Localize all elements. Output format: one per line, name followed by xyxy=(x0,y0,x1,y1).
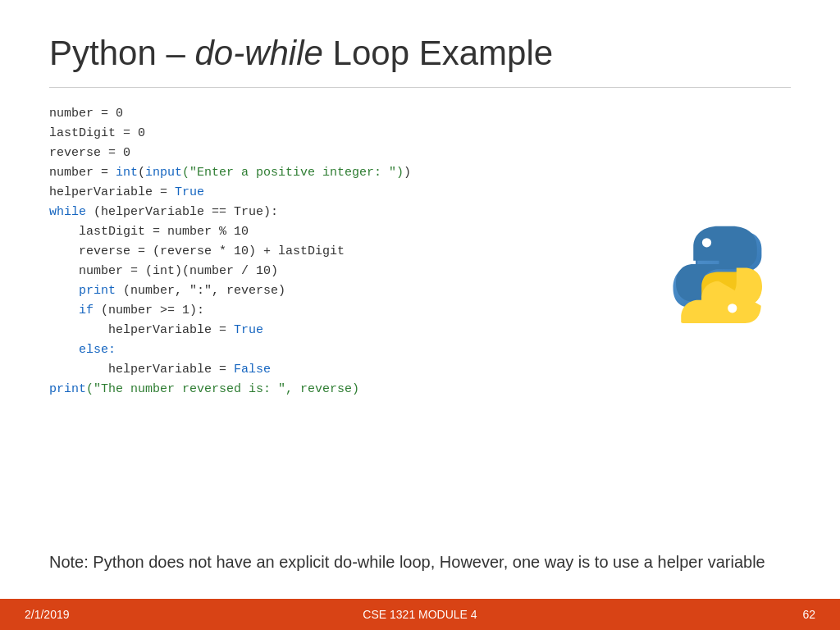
python-svg-logo xyxy=(668,223,770,326)
code-line: helperVariable = False xyxy=(49,360,791,380)
title-divider xyxy=(49,87,791,88)
svg-point-3 xyxy=(728,304,737,313)
code-line: reverse = 0 xyxy=(49,144,791,163)
code-line: helperVariable = True xyxy=(49,183,791,203)
main-content: Python – do-while Loop Example number = … xyxy=(0,0,840,599)
code-line: print("The number reversed is: ", revers… xyxy=(49,380,791,399)
code-line: else: xyxy=(49,340,791,360)
footer: 2/1/2019 CSE 1321 MODULE 4 62 xyxy=(0,599,840,630)
python-logo-container xyxy=(668,223,770,329)
svg-point-2 xyxy=(702,239,711,248)
code-line: number = int(input("Enter a positive int… xyxy=(49,163,791,183)
note-text: Note: Python does not have an explicit d… xyxy=(49,550,791,582)
title-suffix: Loop Example xyxy=(323,34,553,72)
code-area: number = 0lastDigit = 0reverse = 0number… xyxy=(49,104,791,541)
code-line: while (helperVariable == True): xyxy=(49,203,791,222)
code-line: lastDigit = 0 xyxy=(49,124,791,144)
title-italic: do-while xyxy=(194,34,322,72)
footer-course: CSE 1321 MODULE 4 xyxy=(363,608,477,621)
title-prefix: Python – xyxy=(49,34,194,72)
code-line: number = 0 xyxy=(49,104,791,124)
footer-date: 2/1/2019 xyxy=(25,608,70,621)
footer-page: 62 xyxy=(802,608,815,621)
page-title: Python – do-while Loop Example xyxy=(49,33,791,74)
